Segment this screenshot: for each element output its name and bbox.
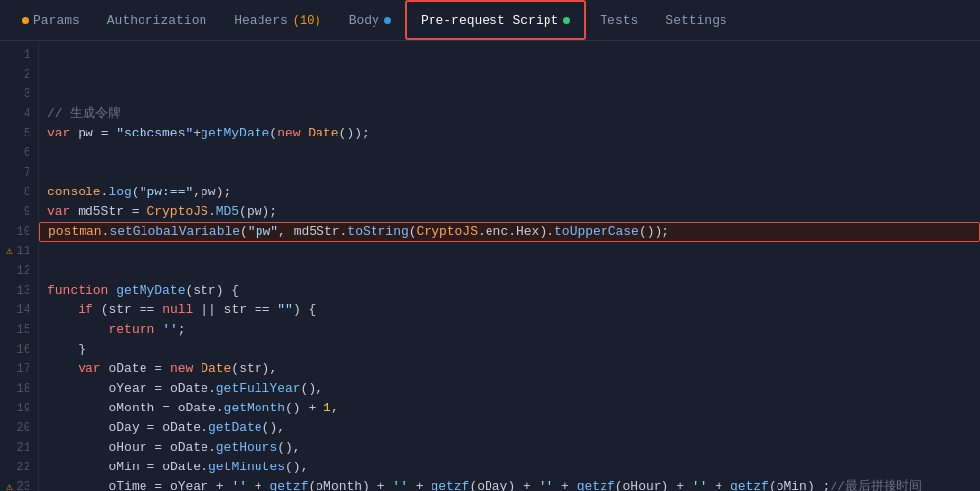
tab-pre-request-script[interactable]: Pre-request Script <box>405 0 586 40</box>
line-number-19: 19 <box>4 399 30 418</box>
tab-authorization[interactable]: Authorization <box>93 0 220 40</box>
code-line-19: oMin = oDate.getMinutes(), <box>47 458 972 477</box>
tab-params[interactable]: Params <box>8 0 93 40</box>
body-dot <box>384 17 391 24</box>
code-editor: 12345678910⚠111213141516171819202122⚠232… <box>0 41 980 491</box>
code-line-2: var pw = "scbcsmes"+getMyDate(new Date()… <box>47 124 972 143</box>
tab-settings[interactable]: Settings <box>652 0 740 40</box>
code-line-20: oTime = oYear + '' + getzf(oMonth) + '' … <box>47 477 972 491</box>
warning-icon-23: ⚠ <box>6 477 13 491</box>
code-area[interactable]: // 生成令牌var pw = "scbcsmes"+getMyDate(new… <box>39 41 980 491</box>
code-line-3 <box>47 143 972 163</box>
tab-bar: Params Authorization Headers (10) Body P… <box>0 0 980 41</box>
code-line-14: var oDate = new Date(str), <box>47 359 972 379</box>
tab-body-label: Body <box>349 13 379 27</box>
line-number-13: 13 <box>4 281 30 300</box>
headers-badge: (10) <box>293 14 321 27</box>
tab-tests[interactable]: Tests <box>586 0 652 40</box>
pre-request-dot <box>563 17 570 24</box>
line-number-6: 6 <box>4 143 30 163</box>
line-number-10: 10 <box>4 222 30 242</box>
tab-headers-label: Headers <box>234 13 288 27</box>
code-line-17: oDay = oDate.getDate(), <box>47 418 972 438</box>
code-line-18: oHour = oDate.getHours(), <box>47 438 972 458</box>
tab-tests-label: Tests <box>600 13 638 27</box>
warning-icon-11: ⚠ <box>6 242 13 261</box>
line-number-3: 3 <box>4 84 30 104</box>
line-number-4: 4 <box>4 104 30 124</box>
line-number-14: 14 <box>4 300 30 320</box>
code-line-15: oYear = oDate.getFullYear(), <box>47 379 972 399</box>
tab-body[interactable]: Body <box>335 0 405 40</box>
code-line-16: oMonth = oDate.getMonth() + 1, <box>47 399 972 418</box>
line-number-22: 22 <box>4 458 30 477</box>
code-line-11: if (str == null || str == "") { <box>47 300 972 320</box>
code-line-5: console.log("pw:==",pw); <box>47 183 972 202</box>
line-number-18: 18 <box>4 379 30 399</box>
code-line-1: // 生成令牌 <box>47 104 972 124</box>
params-dot <box>22 17 29 24</box>
tab-headers[interactable]: Headers (10) <box>220 0 334 40</box>
tab-settings-label: Settings <box>665 13 726 27</box>
line-number-5: 5 <box>4 124 30 143</box>
line-number-7: 7 <box>4 163 30 183</box>
code-line-8 <box>47 242 972 261</box>
tab-pre-request-label: Pre-request Script <box>421 13 558 27</box>
line-number-16: 16 <box>4 340 30 359</box>
code-line-4 <box>47 163 972 183</box>
line-number-2: 2 <box>4 65 30 84</box>
tab-authorization-label: Authorization <box>107 13 206 27</box>
code-line-7: postman.setGlobalVariable("pw", md5Str.t… <box>39 222 980 242</box>
code-line-13: } <box>47 340 972 359</box>
line-number-20: 20 <box>4 418 30 438</box>
line-number-11: ⚠11 <box>4 242 30 261</box>
line-number-17: 17 <box>4 359 30 379</box>
line-number-1: 1 <box>4 45 30 65</box>
code-line-12: return ''; <box>47 320 972 340</box>
line-number-8: 8 <box>4 183 30 202</box>
line-number-15: 15 <box>4 320 30 340</box>
line-number-21: 21 <box>4 438 30 458</box>
line-number-9: 9 <box>4 202 30 222</box>
tab-params-label: Params <box>33 13 80 27</box>
line-numbers: 12345678910⚠111213141516171819202122⚠232… <box>0 41 39 491</box>
line-number-23: ⚠23 <box>4 477 30 491</box>
code-line-6: var md5Str = CryptoJS.MD5(pw); <box>47 202 972 222</box>
code-line-9 <box>47 261 972 281</box>
line-number-12: 12 <box>4 261 30 281</box>
code-line-10: function getMyDate(str) { <box>47 281 972 300</box>
